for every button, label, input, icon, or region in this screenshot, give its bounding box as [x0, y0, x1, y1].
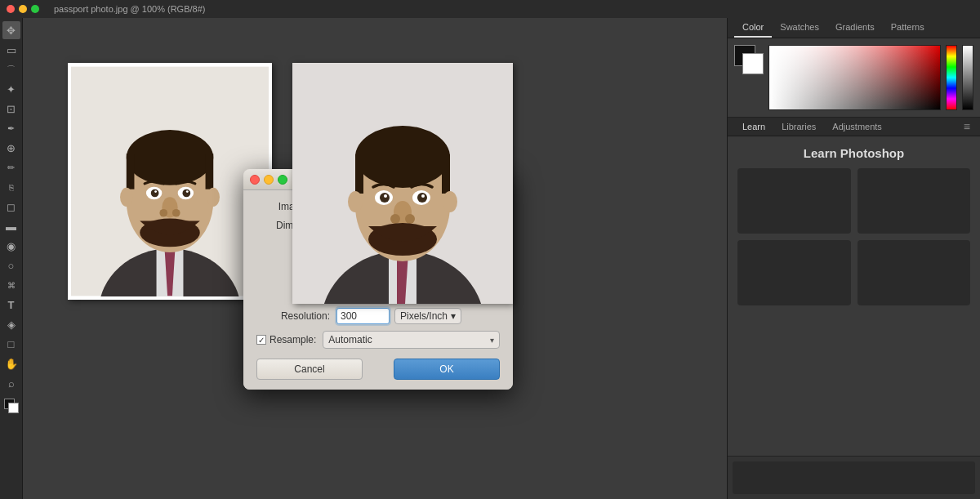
window-close-button[interactable]: [7, 5, 15, 13]
resample-label: Resample:: [270, 334, 316, 345]
type-tool[interactable]: T: [2, 296, 20, 314]
svg-point-39: [405, 214, 415, 224]
learn-card-4[interactable]: [858, 240, 971, 305]
clone-tool[interactable]: ⎘: [2, 178, 20, 196]
svg-point-20: [207, 188, 219, 207]
eraser-tool[interactable]: ◻: [2, 198, 20, 216]
svg-point-14: [186, 190, 189, 193]
dodge-tool[interactable]: ○: [2, 256, 20, 274]
photo-frame-1: [68, 63, 272, 300]
panel-bottom-area: [728, 456, 980, 499]
color-panel-tabs: Color Swatches Gradients Patterns: [728, 18, 980, 38]
tab-learn[interactable]: Learn: [734, 118, 773, 136]
resample-chevron-icon: ▾: [490, 336, 494, 345]
hue-slider[interactable]: [946, 45, 957, 110]
svg-point-38: [390, 214, 400, 224]
crop-tool[interactable]: ⊡: [2, 100, 20, 118]
svg-point-6: [127, 130, 213, 185]
hand-tool[interactable]: ✋: [2, 354, 20, 372]
zoom-tool[interactable]: ⌕: [2, 374, 20, 392]
main-layout: ✥ ▭ ⌒ ✦ ⊡ ✒ ⊕ ✏ ⎘ ◻ ▬ ◉ ○ ⌘ T ◈ □ ✋ ⌕: [0, 18, 980, 499]
svg-rect-30: [442, 154, 450, 194]
resample-select[interactable]: Automatic ▾: [323, 331, 500, 349]
canvas-area: Image Size Image Size: 1,61M (was 812,5K…: [23, 18, 727, 499]
svg-point-33: [380, 193, 390, 203]
learn-card-3[interactable]: [737, 240, 851, 305]
more-options-icon[interactable]: ≡: [960, 120, 973, 133]
resolution-unit-chevron-icon: ▾: [451, 310, 456, 322]
svg-point-35: [384, 194, 387, 198]
tab-color[interactable]: Color: [734, 18, 772, 38]
brush-tool[interactable]: ✏: [2, 158, 20, 176]
learn-panel-title: Learn Photoshop: [737, 146, 970, 160]
pen-tool[interactable]: ⌘: [2, 276, 20, 294]
bottom-panel-content: [733, 461, 975, 494]
path-select-tool[interactable]: ◈: [2, 315, 20, 333]
svg-point-41: [348, 191, 363, 212]
color-picker-area: [728, 38, 980, 117]
left-toolbar: ✥ ▭ ⌒ ✦ ⊡ ✒ ⊕ ✏ ⎘ ◻ ▬ ◉ ○ ⌘ T ◈ □ ✋ ⌕: [0, 18, 23, 499]
tab-adjustments[interactable]: Adjustments: [824, 118, 890, 136]
resample-row: ✓ Resample: Automatic ▾: [256, 331, 500, 349]
tab-swatches[interactable]: Swatches: [772, 18, 827, 38]
tab-libraries[interactable]: Libraries: [773, 118, 824, 136]
background-color-swatch[interactable]: [742, 53, 764, 74]
learn-card-1[interactable]: [737, 168, 851, 234]
svg-rect-29: [355, 154, 363, 194]
select-rect-tool[interactable]: ▭: [2, 41, 20, 59]
photo-frame-2: [292, 63, 513, 304]
right-panel: Color Swatches Gradients Patterns Le: [727, 18, 980, 499]
dialog-buttons: Cancel OK: [256, 359, 500, 380]
lasso-tool[interactable]: ⌒: [2, 60, 20, 78]
svg-point-11: [151, 189, 159, 198]
cancel-button[interactable]: Cancel: [256, 359, 363, 380]
title-bar: passport photo.jpg @ 100% (RGB/8#): [0, 0, 980, 18]
svg-rect-7: [127, 154, 135, 189]
resolution-row: Resolution: Pixels/Inch ▾: [256, 308, 500, 324]
tab-gradients[interactable]: Gradients: [827, 18, 883, 38]
window-title: passport photo.jpg @ 100% (RGB/8#): [54, 4, 205, 14]
svg-point-36: [421, 194, 425, 198]
ok-button[interactable]: OK: [394, 359, 500, 380]
color-gradient-picker[interactable]: [768, 45, 941, 110]
resolution-input[interactable]: [336, 308, 390, 324]
svg-point-28: [355, 126, 450, 188]
eyedropper-tool[interactable]: ✒: [2, 119, 20, 137]
svg-point-12: [182, 189, 190, 198]
passport-photo-2: [292, 63, 513, 304]
learn-panel-tabs: Learn Libraries Adjustments ≡: [728, 118, 980, 136]
passport-photo-1: [71, 66, 269, 296]
resolution-unit-select[interactable]: Pixels/Inch ▾: [394, 308, 461, 324]
resample-value: Automatic: [328, 334, 372, 345]
gradient-tool[interactable]: ▬: [2, 217, 20, 235]
resolution-label: Resolution:: [256, 310, 330, 322]
svg-point-19: [120, 188, 132, 207]
svg-point-13: [154, 190, 157, 193]
fg-bg-swatches: [734, 45, 764, 74]
blur-tool[interactable]: ◉: [2, 237, 20, 255]
learn-card-2[interactable]: [858, 168, 971, 234]
opacity-slider[interactable]: [962, 45, 973, 110]
color-swatch-tool[interactable]: [2, 397, 20, 415]
resample-checkbox[interactable]: ✓: [256, 335, 266, 345]
resolution-unit-label: Pixels/Inch: [400, 310, 448, 322]
learn-cards-grid: [737, 168, 970, 305]
svg-point-17: [172, 209, 180, 217]
svg-point-42: [443, 191, 457, 212]
shape-tool[interactable]: □: [2, 335, 20, 353]
learn-panel-content: Learn Photoshop: [728, 136, 980, 315]
window-minimize-button[interactable]: [19, 5, 27, 13]
svg-point-34: [417, 193, 427, 203]
heal-tool[interactable]: ⊕: [2, 139, 20, 157]
window-maximize-button[interactable]: [31, 5, 39, 13]
magic-wand-tool[interactable]: ✦: [2, 80, 20, 98]
move-tool[interactable]: ✥: [2, 21, 20, 39]
svg-rect-8: [206, 154, 214, 189]
tab-patterns[interactable]: Patterns: [883, 18, 933, 38]
svg-point-16: [159, 209, 167, 217]
